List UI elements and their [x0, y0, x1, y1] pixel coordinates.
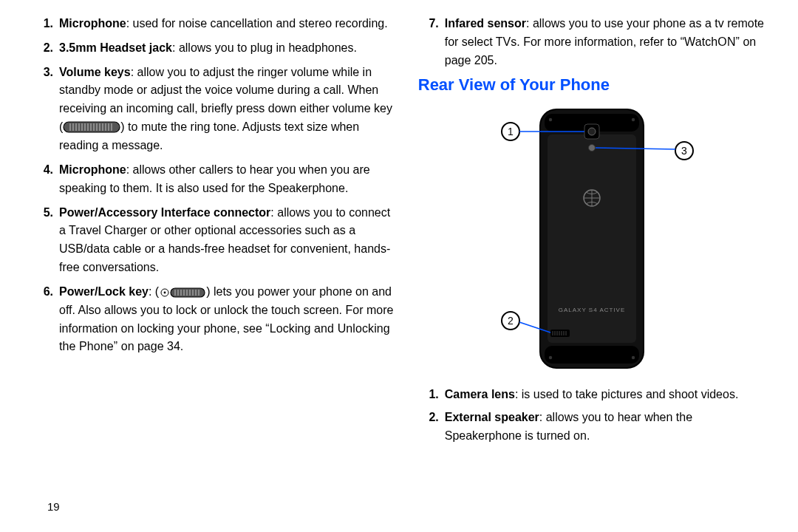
- rear-features-list: 1. Camera lens: is used to take pictures…: [418, 386, 765, 445]
- item-body: Infared sensor: allows you to use your p…: [445, 15, 765, 69]
- front-features-list-continued: 7. Infared sensor: allows you to use you…: [418, 15, 765, 69]
- item-number: 2.: [33, 39, 53, 58]
- list-item: 5. Power/Accessory Interface connector: …: [33, 204, 398, 277]
- item-body: Camera lens: is used to take pictures an…: [445, 386, 765, 404]
- svg-point-33: [588, 128, 596, 135]
- item-body: 3.5mm Headset jack: allows you to plug i…: [59, 39, 398, 58]
- front-features-list: 1. Microphone: used for noise cancellati…: [33, 15, 398, 356]
- svg-point-46: [549, 356, 552, 359]
- item-body: Power/Accessory Interface connector: all…: [59, 204, 398, 277]
- item-number: 3.: [33, 64, 53, 82]
- svg-point-17: [164, 292, 166, 294]
- phone-branding: GALAXY S4 ACTIVE: [559, 307, 626, 313]
- item-body: Volume keys: allow you to adjust the rin…: [59, 64, 398, 155]
- list-item: 4. Microphone: allows other callers to h…: [33, 161, 398, 198]
- cross-reference: “WatchON”: [681, 35, 740, 48]
- item-number: 2.: [418, 409, 439, 427]
- svg-text:1: 1: [508, 126, 514, 137]
- list-item: 3. Volume keys: allow you to adjust the …: [33, 64, 398, 155]
- svg-text:3: 3: [681, 145, 687, 157]
- item-number: 6.: [33, 283, 53, 301]
- svg-point-47: [632, 356, 635, 359]
- item-number: 4.: [33, 161, 53, 180]
- svg-rect-31: [545, 346, 639, 364]
- svg-rect-36: [550, 330, 570, 337]
- svg-point-45: [632, 118, 635, 121]
- page-number: 19: [47, 500, 60, 513]
- list-item: 2. External speaker: allows you to hear …: [418, 409, 765, 446]
- item-body: Power/Lock key: (: [59, 283, 398, 357]
- list-item: 1. Microphone: used for noise cancellati…: [33, 15, 398, 33]
- item-body: External speaker: allows you to hear whe…: [445, 409, 765, 446]
- item-number: 5.: [33, 204, 53, 222]
- svg-point-34: [588, 145, 595, 151]
- svg-text:2: 2: [508, 315, 514, 327]
- list-item: 2. 3.5mm Headset jack: allows you to plu…: [33, 39, 398, 58]
- power-lock-key-icon: [159, 283, 206, 301]
- svg-rect-18: [171, 288, 205, 297]
- item-number: 1.: [418, 386, 439, 404]
- list-item: 1. Camera lens: is used to take pictures…: [418, 386, 765, 404]
- item-body: Microphone: used for noise cancellation …: [59, 15, 398, 33]
- list-item: 7. Infared sensor: allows you to use you…: [418, 15, 765, 69]
- svg-point-44: [549, 118, 552, 121]
- item-body: Microphone: allows other callers to hear…: [59, 161, 398, 198]
- section-heading: Rear View of Your Phone: [418, 75, 765, 95]
- list-item: 6. Power/Lock key: (: [33, 283, 398, 357]
- volume-key-icon: [63, 118, 120, 137]
- rear-view-diagram: GALAXY S4 ACTIVE 1: [418, 102, 765, 375]
- item-number: 7.: [418, 15, 439, 33]
- item-number: 1.: [33, 15, 53, 33]
